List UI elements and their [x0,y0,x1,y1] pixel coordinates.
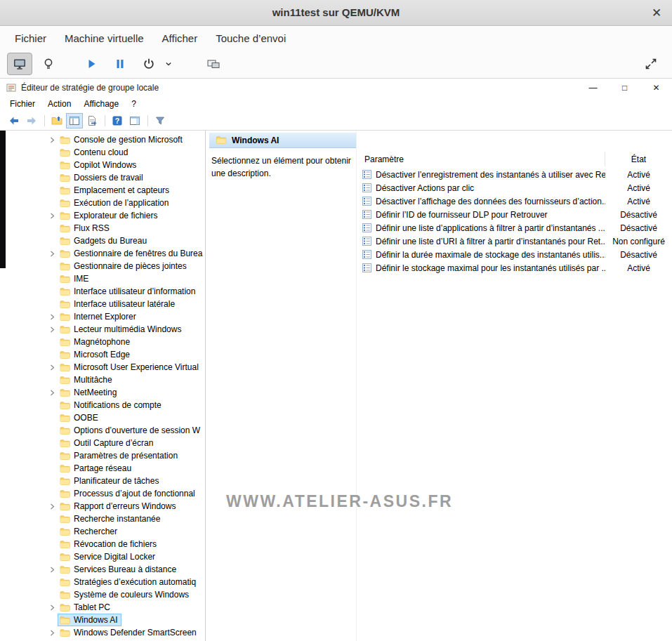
tree-node[interactable]: Explorateur de fichiers [58,209,161,222]
tree-node[interactable]: Microsoft User Experience Virtual [58,361,202,374]
setting-row[interactable]: Désactiver l’enregistrement des instanta… [357,168,672,181]
tree-node[interactable]: Service Digital Locker [58,550,159,563]
tree-item[interactable]: Paramètres de présentation [0,449,205,462]
tree-item[interactable]: Interface utilisateur latérale [0,298,205,310]
tree-item[interactable]: Magnétophone [0,336,205,348]
tree-item[interactable]: Microsoft User Experience Virtual [0,361,205,374]
chevron-right-icon[interactable] [46,602,58,613]
shutdown-menu-button[interactable] [161,53,176,75]
tree-item[interactable]: Windows AI [0,614,205,626]
tree-item[interactable]: Partage réseau [0,462,205,475]
graphical-console-button[interactable] [7,53,32,75]
tree-item[interactable]: Exécution de l’application [0,197,205,209]
viewer-menu-item[interactable]: Touche d’envoi [206,27,295,50]
tree-node[interactable]: Windows AI [58,614,121,626]
gpedit-menu-item[interactable]: Action [41,99,77,109]
tree-item[interactable]: Système de couleurs Windows [0,588,205,601]
chevron-right-icon[interactable] [46,387,58,398]
tree-node[interactable]: Console de gestion Microsoft [58,133,186,146]
setting-row[interactable]: Définir une liste d’URI à filtrer à part… [357,234,672,248]
tree-item[interactable]: Gadgets du Bureau [0,234,205,247]
export-list-button[interactable] [84,113,100,128]
help-button[interactable]: ? [109,113,126,128]
tree-node[interactable]: Interface utilisateur latérale [58,298,178,310]
tree-item[interactable]: Recherche instantanée [0,513,205,525]
tree-node[interactable]: Lecteur multimédia Windows [58,323,185,336]
tree-node[interactable]: Planificateur de tâches [58,475,162,487]
chevron-right-icon[interactable] [46,248,58,259]
tree-node[interactable]: Options d’ouverture de session W [58,424,204,437]
tree-item[interactable]: Dossiers de travail [0,171,205,184]
chevron-right-icon[interactable] [46,311,58,322]
tree-item[interactable]: Révocation de fichiers [0,538,205,550]
forward-button[interactable] [23,113,40,128]
tree-node[interactable]: Microsoft Edge [58,348,133,361]
tree-item[interactable]: Emplacement et capteurs [0,184,205,197]
tree-item[interactable]: Rapport d’erreurs Windows [0,500,205,513]
tree-node[interactable]: Notifications de compte [58,399,165,411]
tree-item[interactable]: NetMeeting [0,386,205,399]
tree-node[interactable]: Stratégies d’exécution automatiq [58,576,199,588]
maximize-button[interactable]: □ [609,79,640,96]
tree-item[interactable]: Gestionnaire de pièces jointes [0,260,205,272]
tree-item[interactable]: IME [0,272,205,285]
tree-item[interactable]: Planificateur de tâches [0,475,205,487]
chevron-right-icon[interactable] [46,627,58,638]
tree-item[interactable]: Gestionnaire de fenêtres du Burea [0,247,205,260]
tree-node[interactable]: Gestionnaire de fenêtres du Burea [58,247,206,260]
tree-node[interactable]: Recherche instantanée [58,513,164,525]
column-header-etat[interactable]: État [605,152,672,166]
tree-item[interactable]: Console de gestion Microsoft [0,133,205,146]
console-tree-toggle-button[interactable] [66,113,83,128]
action-pane-toggle-button[interactable] [126,113,143,128]
setting-row[interactable]: Désactiver l’affichage des données des f… [357,194,672,208]
chevron-right-icon[interactable] [46,134,58,145]
filter-button[interactable] [152,113,169,128]
viewer-menu-item[interactable]: Fichier [6,27,55,50]
tree-node[interactable]: Exécution de l’application [58,197,172,209]
tree-node[interactable]: Partage réseau [58,462,135,475]
setting-row[interactable]: Définir la durée maximale de stockage de… [357,248,672,261]
tree-item[interactable]: Flux RSS [0,222,205,234]
tree-node[interactable]: Dossiers de travail [58,171,147,184]
tree-item[interactable]: Windows Defender SmartScreen [0,626,205,639]
fullscreen-button[interactable] [638,53,664,75]
chevron-right-icon[interactable] [46,210,58,221]
viewer-menu-item[interactable]: Afficher [153,27,207,50]
tree-item[interactable]: Tablet PC [0,601,205,614]
shutdown-vm-button[interactable] [136,53,162,75]
tree-node[interactable]: Emplacement et capteurs [58,184,173,197]
tree-node[interactable]: IME [58,272,92,285]
tree-node[interactable]: Internet Explorer [58,310,140,323]
tree-node[interactable]: Contenu cloud [58,146,131,159]
gpedit-menu-item[interactable]: Affichage [77,99,125,109]
setting-row[interactable]: Définir l’ID de fournisseur DLP pour Ret… [357,208,672,221]
tree-item[interactable]: Multitâche [0,374,205,386]
tree-item[interactable]: Outil Capture d’écran [0,437,205,449]
up-one-level-button[interactable] [48,113,65,128]
back-button[interactable] [6,113,22,128]
tree-node[interactable]: Gadgets du Bureau [58,234,150,247]
tree-node[interactable]: Gestionnaire de pièces jointes [58,260,190,272]
tree-node[interactable]: Interface utilisateur d’information [58,285,199,298]
gpedit-menu-item[interactable]: ? [125,99,143,109]
tree-node[interactable]: Outil Capture d’écran [58,437,157,449]
tree-item[interactable]: Notifications de compte [0,399,205,411]
tree-item[interactable]: Copilot Windows [0,159,205,171]
tree-item[interactable]: Stratégies d’exécution automatiq [0,576,205,588]
tree-node[interactable]: Rapport d’erreurs Windows [58,500,179,513]
tree-item[interactable]: Interface utilisateur d’information [0,285,205,298]
tree-item[interactable]: Microsoft Edge [0,348,205,361]
pause-vm-button[interactable] [107,53,133,75]
tree-node[interactable]: Paramètres de présentation [58,449,181,462]
tree-node[interactable]: Copilot Windows [58,159,140,171]
hardware-details-button[interactable] [36,53,61,75]
setting-row[interactable]: Définir le stockage maximal pour les ins… [357,261,672,275]
chevron-right-icon[interactable] [46,324,58,335]
tree-item[interactable]: Lecteur multimédia Windows [0,323,205,336]
tree-item[interactable]: Options d’ouverture de session W [0,424,205,437]
run-vm-button[interactable] [79,53,104,75]
tree-item[interactable]: Internet Explorer [0,310,205,323]
tree-item[interactable]: Contenu cloud [0,146,205,159]
tree-node[interactable]: Révocation de fichiers [58,538,160,550]
